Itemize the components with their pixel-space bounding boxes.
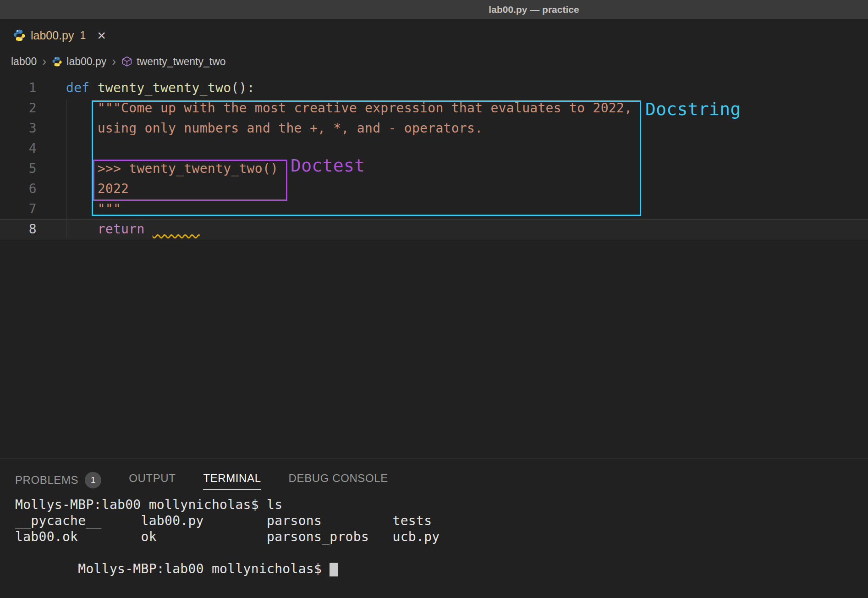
code-rows: 1def twenty_twenty_two():2 """Come up wi… — [0, 78, 868, 239]
code-token: """ — [66, 201, 121, 216]
panel-tab-bar: PROBLEMS 1 OUTPUT TERMINAL DEBUG CONSOLE — [0, 459, 868, 493]
code-token: 2022 — [66, 181, 129, 196]
chevron-right-icon: › — [42, 55, 46, 68]
code-line[interactable]: return — [37, 219, 868, 239]
tab-output[interactable]: OUTPUT — [129, 472, 176, 489]
tab-label: lab00.py — [31, 29, 74, 42]
code-line[interactable]: >>> twenty_twenty_two() — [37, 159, 868, 179]
vscode-window: lab00.py — practice lab00.py 1 × lab00 › — [0, 0, 868, 598]
title-bar: lab00.py — practice — [0, 0, 868, 19]
code-line-row[interactable]: 8 return — [0, 219, 868, 239]
line-number: 7 — [0, 199, 37, 219]
code-line[interactable]: """ — [37, 199, 868, 219]
code-line-row[interactable]: 1def twenty_twenty_two(): — [0, 78, 868, 98]
code-line-row[interactable]: 2 """Come up with the most creative expr… — [0, 98, 868, 118]
code-token — [153, 221, 200, 237]
code-line-row[interactable]: 5 >>> twenty_twenty_two() — [0, 159, 868, 179]
tab-dirty-count: 1 — [80, 29, 86, 42]
code-token — [66, 221, 98, 237]
terminal-output: Mollys-MBP:lab00 mollynicholas$ ls__pyca… — [15, 497, 868, 545]
close-icon[interactable]: × — [97, 28, 106, 43]
code-line[interactable]: using only numbers and the +, *, and - o… — [37, 118, 868, 138]
terminal-prompt: Mollys-MBP:lab00 mollynicholas$ — [78, 561, 330, 576]
tab-lab00py[interactable]: lab00.py 1 × — [0, 19, 116, 51]
indent-guide — [66, 100, 66, 238]
code-line-row[interactable]: 3 using only numbers and the +, *, and -… — [0, 118, 868, 138]
code-line-row[interactable]: 6 2022 — [0, 179, 868, 199]
code-token: def — [66, 80, 98, 95]
code-token: return — [98, 221, 145, 237]
line-number: 5 — [0, 159, 37, 179]
terminal-line: lab00.ok ok parsons_probs ucb.py — [15, 529, 868, 545]
python-icon — [52, 56, 62, 67]
terminal-line: Mollys-MBP:lab00 mollynicholas$ ls — [15, 497, 868, 513]
breadcrumb-file[interactable]: lab00.py — [66, 55, 106, 68]
line-number: 3 — [0, 118, 37, 138]
code-line[interactable]: """Come up with the most creative expres… — [37, 98, 868, 118]
code-token: twenty_twenty_two — [98, 80, 231, 95]
code-line[interactable]: 2022 — [37, 179, 868, 199]
chevron-right-icon: › — [112, 55, 116, 68]
code-token: """Come up with the most creative expres… — [66, 100, 632, 116]
line-number: 6 — [0, 179, 37, 199]
tab-problems[interactable]: PROBLEMS 1 — [15, 472, 101, 493]
bottom-panel: PROBLEMS 1 OUTPUT TERMINAL DEBUG CONSOLE… — [0, 459, 868, 598]
tab-problems-label: PROBLEMS — [15, 474, 78, 487]
line-number: 8 — [0, 219, 37, 239]
tab-terminal[interactable]: TERMINAL — [203, 472, 261, 490]
code-line[interactable]: def twenty_twenty_two(): — [37, 78, 868, 98]
line-number: 1 — [0, 78, 37, 98]
code-token: using only numbers and the +, *, and - o… — [66, 121, 483, 136]
terminal-cursor — [330, 563, 338, 576]
code-token: (): — [231, 80, 254, 95]
tab-debug-console[interactable]: DEBUG CONSOLE — [289, 472, 388, 489]
code-token: >>> twenty_twenty_two() — [66, 161, 278, 176]
breadcrumb-symbol[interactable]: twenty_twenty_two — [137, 55, 225, 68]
terminal-line: __pycache__ lab00.py parsons tests — [15, 513, 868, 529]
code-token — [145, 221, 153, 237]
code-line-row[interactable]: 7 """ — [0, 199, 868, 219]
terminal[interactable]: Mollys-MBP:lab00 mollynicholas$ ls__pyca… — [0, 497, 868, 561]
code-line[interactable] — [37, 138, 868, 159]
python-icon — [13, 29, 26, 42]
breadcrumb-folder[interactable]: lab00 — [11, 55, 37, 68]
window-title: lab00.py — practice — [489, 4, 579, 15]
terminal-prompt-line: Mollys-MBP:lab00 mollynicholas$ — [15, 545, 868, 561]
editor[interactable]: 1def twenty_twenty_two():2 """Come up wi… — [0, 72, 868, 459]
code-line-row[interactable]: 4 — [0, 138, 868, 159]
problems-count-badge: 1 — [85, 472, 101, 488]
line-number: 2 — [0, 98, 37, 118]
line-number: 4 — [0, 138, 37, 159]
symbol-module-icon — [121, 56, 132, 67]
breadcrumb: lab00 › lab00.py › twenty_twenty_two — [0, 51, 868, 72]
tab-bar: lab00.py 1 × — [0, 19, 868, 51]
